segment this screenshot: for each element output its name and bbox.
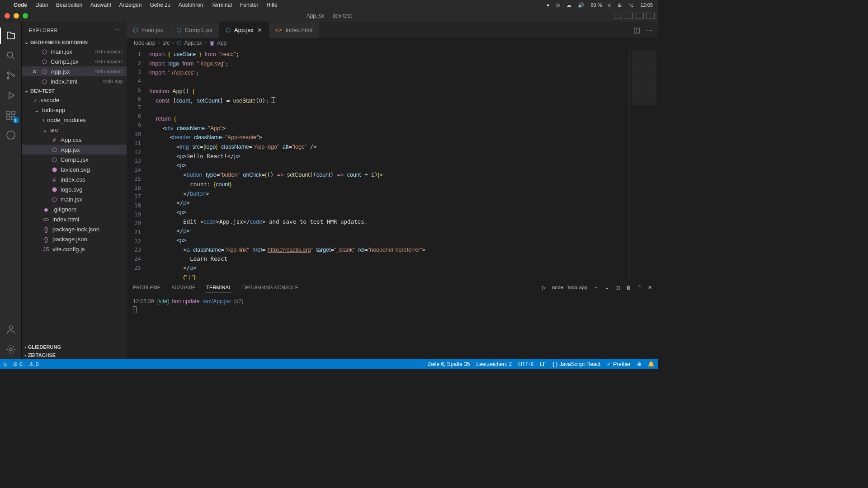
settings-gear-icon[interactable] [0,339,22,359]
feedback-icon[interactable]: ⊕ [637,361,642,367]
menu-view[interactable]: Anzeigen [119,2,142,8]
folder-item[interactable]: ⌄todo-app [22,105,127,115]
split-terminal-icon[interactable]: ◫ [615,285,620,291]
open-editor-item[interactable]: ⬡main.jsxtodo-app/src [22,47,127,56]
menu-selection[interactable]: Auswahl [90,2,111,8]
file-item[interactable]: ⬢logo.svg [22,184,127,194]
panel-tab-output[interactable]: AUSGABE [171,283,195,292]
open-editors-section[interactable]: ⌄ GEÖFFNETE EDITOREN [22,38,127,47]
file-item[interactable]: #App.css [22,135,127,145]
remote-indicator[interactable]: ⎘ [4,361,7,367]
layout-left-icon[interactable] [614,13,622,19]
timeline-section[interactable]: › ZEITACHSE [22,351,127,359]
code-area[interactable]: import { useState } from "react"; import… [149,48,629,280]
chevron-right-icon: › [24,344,26,350]
cursor-position[interactable]: Zeile 6, Spalte 35 [428,361,470,367]
menu-run[interactable]: Ausführen [179,2,203,8]
encoding[interactable]: UTF-8 [518,361,533,367]
layout-right-icon[interactable] [636,13,644,19]
folder-item[interactable]: ›.vscode [22,95,127,105]
file-item[interactable]: ⬡main.jsx [22,194,127,204]
editor-tab[interactable]: ⬡Comp1.jsx [170,22,219,38]
wifi-icon[interactable]: ⎋ [608,2,611,8]
open-editor-item[interactable]: ✕⬡App.jsxtodo-app/src [22,66,127,76]
folder-item[interactable]: ⌄src [22,125,127,135]
control-center-icon[interactable]: ⌥ [628,2,634,8]
search-activity-icon[interactable] [0,46,22,66]
close-window-button[interactable] [5,13,10,19]
folder-section[interactable]: ⌄ DEV-TEST [22,86,127,95]
app-name[interactable]: Code [14,2,27,8]
folder-item[interactable]: ›node_modules [22,115,127,125]
file-item[interactable]: {}package.json [22,234,127,244]
tab-label: index.html [286,27,312,33]
file-item[interactable]: <>index.html [22,214,127,224]
file-item[interactable]: JSvite.config.js [22,244,127,254]
terminal-dropdown-icon[interactable]: ⌄ [605,285,609,291]
status-errors[interactable]: ⊘ 0 [13,361,23,367]
minimap[interactable] [629,48,658,280]
maximize-window-button[interactable] [23,13,28,19]
open-editor-item[interactable]: ⬡index.htmltodo-app [22,76,127,86]
close-tab-icon[interactable]: ✕ [257,27,262,33]
remote-activity-icon[interactable] [0,125,22,145]
cloud-icon[interactable]: ☁︎ [566,2,571,8]
scm-activity-icon[interactable] [0,66,22,85]
outline-section[interactable]: › GLIEDERUNG [22,343,127,351]
new-terminal-icon[interactable]: ＋ [594,284,599,291]
explorer-activity-icon[interactable] [0,26,22,46]
eol[interactable]: LF [540,361,546,367]
clock[interactable]: 12:05 [640,2,653,8]
menu-window[interactable]: Fenster [240,2,259,8]
editor-tab[interactable]: ⬡App.jsx✕ [219,22,269,38]
file-item[interactable]: {}package-lock.json [22,224,127,234]
explorer-more-icon[interactable]: ⋯ [114,27,120,33]
editor-tab[interactable]: <>index.html [269,22,319,38]
terminal-profile-icon[interactable]: ▷ [542,285,546,291]
file-item[interactable]: #index.css [22,174,127,184]
maximize-panel-icon[interactable]: ⌃ [637,285,642,291]
panel-tab-debug[interactable]: DEBUGGING-KONSOLE [242,283,298,292]
terminal-output[interactable]: 12:05:39 [vite] hmr update /src/App.jsx … [127,295,658,359]
file-item[interactable]: ⬡App.jsx [22,145,127,155]
more-actions-icon[interactable]: ⋯ [646,26,653,34]
account-icon[interactable] [0,319,22,339]
file-item[interactable]: ⬢favicon.svg [22,164,127,174]
open-editor-item[interactable]: ⬡Comp1.jsxtodo-app/src [22,56,127,66]
kill-terminal-icon[interactable]: 🗑 [626,285,631,290]
minimize-window-button[interactable] [14,13,19,19]
layout-bottom-icon[interactable] [625,13,633,19]
breadcrumb-1[interactable]: src [162,40,170,46]
language-mode[interactable]: { } JavaScript React [552,361,600,367]
indentation[interactable]: Leerzeichen: 2 [476,361,512,367]
extensions-activity-icon[interactable]: 1 [0,105,22,125]
debug-activity-icon[interactable] [0,85,22,105]
panel-tab-terminal[interactable]: TERMINAL [206,283,231,292]
panel-tab-problems[interactable]: PROBLEME [133,283,160,292]
record-icon[interactable]: ● [547,2,550,8]
tray-icon[interactable]: ◎ [556,2,560,8]
menu-terminal[interactable]: Terminal [212,2,232,8]
terminal-name[interactable]: node - todo-app [552,285,587,290]
split-editor-icon[interactable]: ◫ [633,26,640,34]
menu-edit[interactable]: Bearbeiten [56,2,82,8]
editor-tab[interactable]: ⬡main.jsx [127,22,170,38]
file-item[interactable]: ⬡Comp1.jsx [22,155,127,164]
breadcrumb-2[interactable]: App.jsx [184,40,202,46]
layout-customize-icon[interactable] [646,13,655,19]
volume-icon[interactable]: 🔊 [578,2,584,8]
breadcrumb-3[interactable]: App [217,40,226,46]
editor[interactable]: 1234567891011121314151617181920212223242… [127,48,658,280]
status-warnings[interactable]: ⚠ 0 [29,361,39,367]
date-icon[interactable]: ⊞ [618,2,622,8]
breadcrumb[interactable]: todo-app› src› ⬡ App.jsx› ▣ App [127,38,658,48]
menu-go[interactable]: Gehe zu [150,2,170,8]
menu-file[interactable]: Datei [35,2,48,8]
close-icon[interactable]: ✕ [31,68,38,75]
file-item[interactable]: ◆.gitignore [22,204,127,214]
notifications-icon[interactable]: 🔔 [648,361,655,367]
close-panel-icon[interactable]: ✕ [648,285,652,291]
menu-help[interactable]: Hilfe [267,2,278,8]
breadcrumb-0[interactable]: todo-app [134,40,155,46]
prettier-status[interactable]: ✓ Prettier [607,361,631,367]
